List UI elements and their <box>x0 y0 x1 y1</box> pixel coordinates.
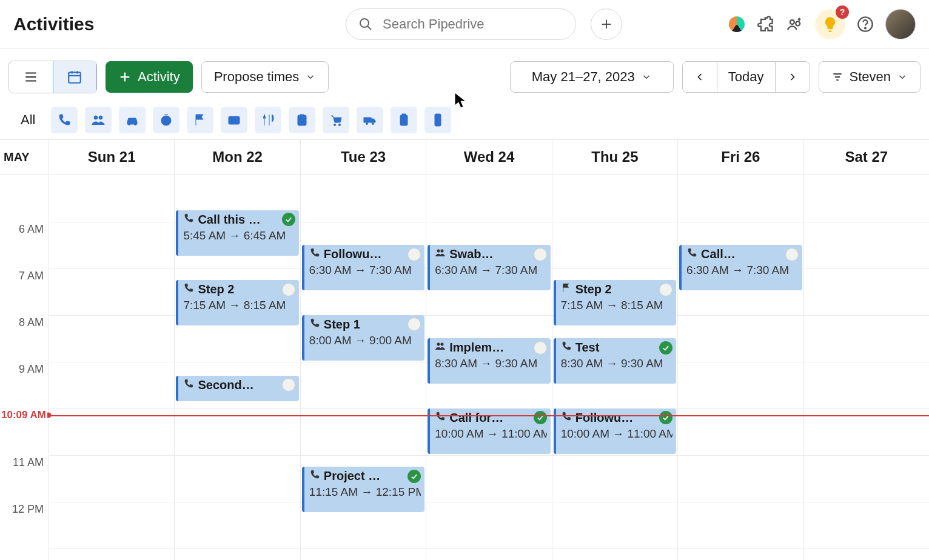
event-title: Followu… <box>324 247 404 261</box>
lightbulb-icon <box>822 16 839 33</box>
day-column[interactable]: Step 27:15 AM → 8:15 AMTest8:30 AM → 9:3… <box>552 175 677 560</box>
calendar-event[interactable]: Second… <box>176 376 298 401</box>
filter-call[interactable] <box>51 107 78 133</box>
calendar-event[interactable]: Followu…6:30 AM → 7:30 AM <box>302 245 424 290</box>
filter-deadline[interactable] <box>153 107 179 133</box>
cart-icon <box>329 113 343 127</box>
event-title: Implem… <box>449 341 529 355</box>
event-title: Step 1 <box>324 318 404 332</box>
event-title: Call this … <box>198 213 278 227</box>
call-icon <box>561 411 572 425</box>
day-columns: Call this …5:45 AM → 6:45 AMStep 27:15 A… <box>49 175 929 560</box>
svg-rect-11 <box>69 72 81 82</box>
date-range-button[interactable]: May 21–27, 2023 <box>510 61 674 93</box>
day-column[interactable] <box>49 175 174 560</box>
event-time: 6:30 AM → 7:30 AM <box>686 264 798 277</box>
svg-point-4 <box>790 20 794 24</box>
day-header[interactable]: Sat 27 <box>803 140 929 175</box>
calendar-event[interactable]: Step 27:15 AM → 8:15 AM <box>176 280 298 325</box>
filter-flag[interactable] <box>187 107 213 133</box>
svg-point-39 <box>441 343 444 346</box>
event-title: Followu… <box>575 411 656 425</box>
calendar-event[interactable]: Call this …5:45 AM → 6:45 AM <box>176 210 298 256</box>
propose-times-label: Propose times <box>214 69 300 85</box>
delivery-icon <box>363 113 377 127</box>
topbar-right: ? <box>728 9 916 39</box>
filter-icon <box>831 71 843 83</box>
day-header[interactable]: Wed 24 <box>426 140 551 175</box>
calendar-event[interactable]: Implem…8:30 AM → 9:30 AM <box>428 338 550 384</box>
add-activity-button[interactable]: Activity <box>106 61 193 93</box>
email-icon <box>227 113 241 127</box>
invite-users-button[interactable] <box>786 15 804 33</box>
users-plus-icon <box>786 16 803 33</box>
event-title: Second… <box>198 378 278 392</box>
filter-meeting[interactable] <box>85 107 112 133</box>
svg-rect-26 <box>298 115 306 125</box>
day-column[interactable]: Followu…6:30 AM → 7:30 AMStep 18:00 AM →… <box>300 175 426 560</box>
plus-icon <box>600 18 613 31</box>
propose-times-button[interactable]: Propose times <box>201 61 329 93</box>
status-open-icon <box>282 378 295 392</box>
event-time: 7:15 AM → 8:15 AM <box>561 299 672 312</box>
calendar-grid[interactable]: 6 AM7 AM8 AM9 AM10 AM11 AM12 PM Call thi… <box>0 175 929 560</box>
calendar-event[interactable]: Step 18:00 AM → 9:00 AM <box>302 315 424 361</box>
calendar-header: MAY Sun 21Mon 22Tue 23Wed 24Thu 25Fri 26… <box>0 139 929 175</box>
calendar: MAY Sun 21Mon 22Tue 23Wed 24Thu 25Fri 26… <box>0 139 929 560</box>
clipboard-icon <box>397 113 411 127</box>
filter-phone[interactable] <box>424 107 451 133</box>
calendar-event[interactable]: Test8:30 AM → 9:30 AM <box>554 338 676 384</box>
time-label: 6 AM <box>0 222 49 268</box>
filter-all[interactable]: All <box>12 107 44 133</box>
now-line <box>0 415 929 416</box>
list-view-button[interactable] <box>9 61 53 93</box>
filter-clipboard[interactable] <box>391 107 417 133</box>
today-button[interactable]: Today <box>717 62 775 92</box>
day-header[interactable]: Fri 26 <box>677 140 803 175</box>
call-icon <box>183 282 194 296</box>
status-open-icon <box>534 341 547 355</box>
event-title: Swab… <box>449 247 529 261</box>
view-switch <box>8 61 97 93</box>
quick-add-button[interactable] <box>591 8 622 40</box>
calendar-event[interactable]: Swab…6:30 AM → 7:30 AM <box>428 245 550 290</box>
status-open-icon <box>534 248 547 261</box>
day-header[interactable]: Tue 23 <box>300 140 426 175</box>
next-week-button[interactable] <box>775 62 810 92</box>
search-input[interactable]: Search Pipedrive <box>346 8 576 40</box>
day-column[interactable]: Call this …5:45 AM → 6:45 AMStep 27:15 A… <box>174 175 300 560</box>
status-done-icon <box>282 213 295 226</box>
now-label: 10:09 AM <box>0 409 47 421</box>
calendar-event[interactable]: Step 27:15 AM → 8:15 AM <box>554 280 676 325</box>
status-open-icon <box>659 283 672 296</box>
day-header[interactable]: Mon 22 <box>174 140 300 175</box>
extensions-button[interactable] <box>757 15 775 33</box>
app-launcher-button[interactable] <box>728 15 746 33</box>
day-header[interactable]: Thu 25 <box>552 140 677 175</box>
user-filter-label: Steven <box>850 69 891 85</box>
day-column[interactable]: Call…6:30 AM → 7:30 AM <box>677 175 803 560</box>
event-time: 5:45 AM → 6:45 AM <box>183 229 295 242</box>
filter-cart[interactable] <box>323 107 349 133</box>
help-button[interactable] <box>856 15 874 33</box>
calendar-event[interactable]: Call…6:30 AM → 7:30 AM <box>679 245 802 290</box>
svg-rect-33 <box>402 114 406 116</box>
calendar-view-button[interactable] <box>53 61 96 93</box>
status-open-icon <box>282 283 295 296</box>
tips-button[interactable]: ? <box>815 9 845 39</box>
calendar-event[interactable]: Project …11:15 AM → 12:15 PM <box>302 467 424 512</box>
day-column[interactable] <box>803 175 929 560</box>
chevron-down-icon <box>641 72 652 82</box>
filter-delivery[interactable] <box>357 107 383 133</box>
filter-email[interactable] <box>221 107 247 133</box>
day-column[interactable]: Swab…6:30 AM → 7:30 AMImplem…8:30 AM → 9… <box>426 175 551 560</box>
prev-week-button[interactable] <box>683 62 717 92</box>
svg-line-1 <box>367 26 371 30</box>
avatar[interactable] <box>885 9 916 39</box>
filter-task[interactable] <box>289 107 315 133</box>
filter-lunch[interactable] <box>255 107 281 133</box>
user-filter-button[interactable]: Steven <box>819 61 921 93</box>
day-header[interactable]: Sun 21 <box>49 140 174 175</box>
filter-car[interactable] <box>119 107 146 133</box>
status-done-icon <box>659 341 672 355</box>
